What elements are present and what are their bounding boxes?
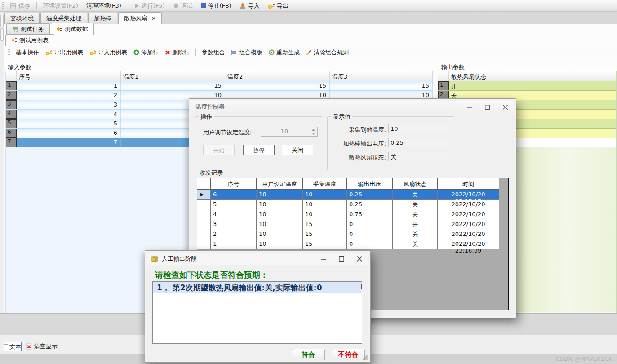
tab-cross-env[interactable]: 交联环境 [4, 13, 40, 24]
set-temp-spinner[interactable]: 10 [261, 127, 318, 137]
export-case-button[interactable]: 导出用例表 [44, 48, 85, 58]
stop-button[interactable]: 停止(F8) [198, 1, 235, 11]
record-cell[interactable]: 15 [303, 229, 347, 239]
grid-corner-cell[interactable] [438, 71, 449, 81]
input-cell[interactable]: 4 [17, 110, 121, 119]
record-cell[interactable]: 关 [393, 200, 438, 209]
tab-close-icon[interactable]: ✕ [151, 15, 156, 22]
row-header-cell[interactable]: 1 [438, 81, 449, 90]
add-row-button[interactable]: 添加行 [132, 48, 160, 58]
record-cell[interactable]: 关 [393, 209, 438, 219]
record-row-indicator[interactable] [197, 219, 211, 229]
start-button[interactable]: 开始 [203, 145, 235, 155]
delete-row-button[interactable]: 删除行 [163, 48, 191, 58]
record-cell[interactable]: 0 [347, 219, 393, 229]
record-table-row[interactable]: ▶610100.25关2022/10/20 23:17:15 [197, 190, 499, 200]
save-button[interactable]: 保存 [7, 1, 33, 11]
run-button[interactable]: 运行(F5) [131, 1, 168, 11]
record-cell[interactable]: 10 [257, 190, 303, 200]
clean-env-button[interactable]: 清理环境(F3) [83, 1, 124, 11]
close-icon[interactable] [496, 101, 514, 113]
record-cell[interactable]: 15 [303, 239, 347, 249]
env-setting-button[interactable]: 环境设置(F2) [40, 1, 81, 11]
record-cell[interactable]: 0.25 [347, 200, 393, 209]
import-case-button[interactable]: 导入用例表 [88, 48, 129, 58]
tab-case-table[interactable]: 测试用例表 [5, 34, 54, 46]
pause-button[interactable]: 暂停 [243, 145, 275, 155]
row-header-cell[interactable]: 1 [6, 81, 17, 90]
record-cell[interactable]: 2022/10/20 23:16:39 [438, 239, 499, 249]
record-cell[interactable]: 10 [257, 209, 303, 219]
text-tab-button[interactable]: 文本 [4, 342, 22, 351]
record-cell[interactable]: 关 [393, 229, 438, 239]
record-cell[interactable]: 4 [211, 209, 257, 219]
maximize-icon[interactable] [478, 101, 496, 113]
record-cell[interactable]: 0 [347, 229, 393, 239]
column-header-fan-state[interactable]: 散热风扇状态 [449, 71, 616, 81]
record-cell[interactable]: 1 [211, 239, 257, 249]
column-header-1[interactable]: 序号 [17, 71, 121, 81]
row-header-cell[interactable]: 5 [6, 119, 17, 128]
record-row-indicator[interactable] [197, 209, 211, 219]
debug-button[interactable]: 调试 [170, 1, 196, 11]
column-header-3[interactable]: 温度2 [225, 71, 330, 81]
clear-rules-button[interactable]: 清除组合规则 [304, 48, 351, 58]
fan-state-field[interactable]: 关 [388, 152, 448, 161]
param-combo-button[interactable]: 参数组合 [200, 48, 227, 58]
export-button[interactable]: 导出 [265, 1, 292, 11]
row-header-cell[interactable]: 4 [6, 110, 17, 119]
spinner-down-icon[interactable] [311, 132, 316, 136]
record-table-row[interactable]: 410100.75关2022/10/20 23:17:14 [197, 209, 499, 219]
grid-corner-cell[interactable] [6, 71, 17, 81]
input-cell[interactable]: 15 [225, 81, 330, 90]
record-cell[interactable]: 10 [257, 219, 303, 229]
record-table-row[interactable]: 310150开2022/10/20 23:16:40 [197, 219, 499, 229]
record-cell[interactable]: 10 [257, 229, 303, 239]
input-cell[interactable]: 2 [17, 91, 121, 100]
left-collapsed-panel[interactable] [0, 12, 4, 340]
resize-grip-icon[interactable] [362, 354, 368, 360]
record-cell[interactable]: 10 [257, 239, 303, 249]
record-cell[interactable]: 3 [211, 219, 257, 229]
record-table-row[interactable]: 510100.25关2022/10/20 23:17:14 [197, 200, 499, 209]
record-cell[interactable]: 10 [303, 200, 347, 209]
output-table-row[interactable]: 1开 [438, 81, 616, 91]
record-cell[interactable]: 关 [393, 239, 438, 249]
record-table-row[interactable]: 210150关2022/10/20 23:16:39 [197, 229, 499, 239]
maximize-icon[interactable] [333, 253, 351, 265]
row-header-cell[interactable]: 3 [6, 100, 17, 109]
input-cell[interactable]: 7 [17, 138, 121, 147]
record-row-indicator[interactable] [197, 200, 211, 209]
record-cell[interactable]: 关 [393, 190, 438, 200]
check-listbox[interactable]: 1， 第2次期望散热风扇输出值:关,实际输出值:0 [152, 281, 362, 344]
record-column-header-3[interactable]: 采集温度 [303, 178, 347, 190]
record-cell[interactable]: 2022/10/20 23:16:40 [438, 219, 499, 229]
fail-button[interactable]: 不符合 [332, 349, 365, 360]
import-button[interactable]: 导入 [236, 1, 263, 11]
column-header-4[interactable]: 温度3 [330, 71, 433, 81]
output-cell[interactable]: 开 [449, 81, 616, 90]
tab-test-data[interactable]: 测试数据 [51, 23, 94, 35]
row-header-cell[interactable]: 6 [6, 129, 17, 138]
close-icon[interactable] [351, 253, 368, 265]
record-cell[interactable]: 0.75 [347, 209, 393, 219]
minimize-icon[interactable] [315, 253, 333, 265]
record-cell[interactable]: 0 [347, 239, 393, 249]
record-cell[interactable]: 10 [257, 200, 303, 209]
combo-template-button[interactable]: 组合模版 [230, 48, 264, 58]
regenerate-button[interactable]: 重新生成 [267, 48, 302, 58]
record-column-header-4[interactable]: 输出电压 [347, 178, 393, 190]
record-cell[interactable]: 6 [211, 190, 257, 200]
record-table-row[interactable]: 110150关2022/10/20 23:16:39 [197, 239, 499, 249]
record-cell[interactable]: 0.25 [347, 190, 393, 200]
input-cell[interactable]: 3 [17, 100, 121, 109]
record-cell[interactable]: 开 [393, 219, 438, 229]
record-column-header-1[interactable]: 序号 [211, 178, 257, 190]
record-cell[interactable]: 2 [211, 229, 257, 239]
collapsed-tab[interactable] [0, 28, 4, 41]
tab-test-task[interactable]: 测试任务 [6, 23, 50, 35]
record-cell[interactable]: 2022/10/20 23:17:14 [438, 200, 499, 209]
record-cell[interactable]: 10 [303, 209, 347, 219]
tab-fan[interactable]: 散热风扇 ✕ [118, 12, 162, 24]
record-cell[interactable]: 2022/10/20 23:16:39 [438, 229, 499, 239]
